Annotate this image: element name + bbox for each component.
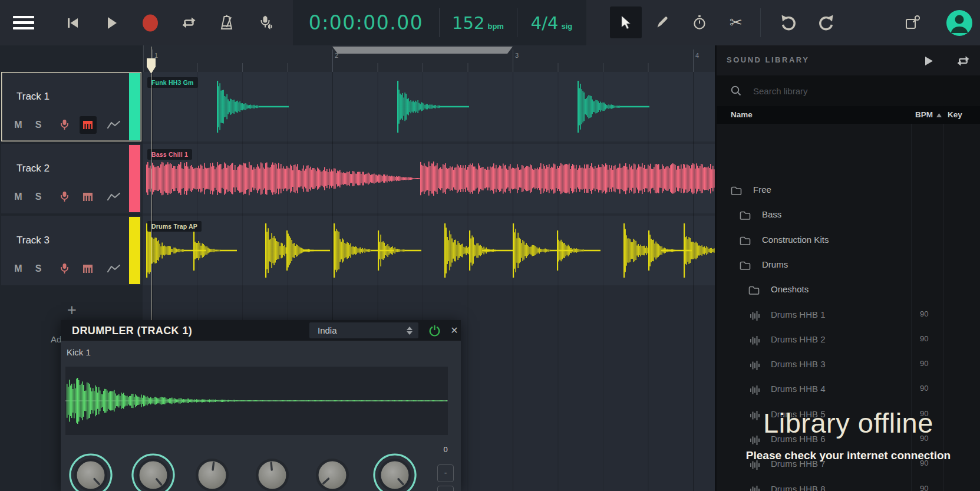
row-label: Bass xyxy=(762,209,781,219)
library-row-oneshots[interactable]: Oneshots xyxy=(717,278,980,302)
clip-bass-chill-1[interactable] xyxy=(143,144,715,213)
solo-button[interactable]: S xyxy=(31,120,46,130)
measure-label: 3 xyxy=(515,52,519,59)
mute-button[interactable]: M xyxy=(11,120,26,130)
pencil-icon xyxy=(655,15,669,29)
automation-button[interactable] xyxy=(104,120,124,130)
instrument-button[interactable] xyxy=(78,192,98,202)
input-monitoring-button[interactable] xyxy=(252,0,279,45)
account-button[interactable] xyxy=(944,0,975,45)
stepper-plus-button[interactable] xyxy=(437,486,454,491)
mic-monitor-button[interactable] xyxy=(54,119,74,131)
library-row-drums-hhb-3[interactable]: Drums HHB 390 xyxy=(717,352,980,377)
sound-library-panel: SOUND LIBRARY xyxy=(717,45,980,491)
library-rows: FreeBassConstruction KitsDrumsOneshotsDr… xyxy=(717,124,980,491)
row-label: Construction Kits xyxy=(762,235,829,245)
library-row-drums[interactable]: Drums xyxy=(717,253,980,278)
time-signature-control[interactable]: 4/4 sig xyxy=(517,0,586,45)
library-row-drums-hhb-6[interactable]: Drums HHB 690 xyxy=(717,427,980,452)
scissors-tool-button[interactable]: ✂ xyxy=(720,6,752,38)
undo-icon xyxy=(780,14,797,32)
library-loop-button[interactable] xyxy=(951,52,975,70)
timeline-ruler[interactable]: 1234 xyxy=(143,45,715,73)
menu-button[interactable] xyxy=(0,0,47,45)
track-card-3[interactable]: Track 3MS xyxy=(1,216,141,285)
knob-1[interactable] xyxy=(67,452,114,491)
daw-app: 0:00:00.00 152 bpm 4/4 sig xyxy=(0,0,980,491)
knob-5[interactable] xyxy=(309,452,356,491)
track-color-strip xyxy=(129,73,140,140)
select-tool-button[interactable] xyxy=(610,6,642,38)
piano-icon xyxy=(83,264,93,273)
sample-waveform-display[interactable] xyxy=(65,367,448,435)
waveform-icon xyxy=(750,385,760,396)
power-button[interactable] xyxy=(427,324,441,338)
stepper-minus-button[interactable]: - xyxy=(437,464,454,482)
knob-2[interactable] xyxy=(130,452,177,491)
library-title: SOUND LIBRARY xyxy=(727,55,809,64)
solo-button[interactable]: S xyxy=(31,192,46,202)
column-name[interactable]: Name xyxy=(731,110,753,119)
library-row-drums-hhb-5[interactable]: Drums HHB 590 xyxy=(717,403,980,427)
rewind-button[interactable] xyxy=(61,0,85,45)
mute-button[interactable]: M xyxy=(11,192,26,202)
library-row-drums-hhb-7[interactable]: Drums HHB 790 xyxy=(717,452,980,477)
library-search xyxy=(717,75,980,106)
share-button[interactable] xyxy=(898,0,926,45)
dropdown-arrows-icon xyxy=(407,327,413,335)
mic-monitor-button[interactable] xyxy=(54,263,74,275)
automation-button[interactable] xyxy=(104,264,124,273)
metronome-button[interactable] xyxy=(213,0,239,45)
track-controls: MS xyxy=(11,188,124,206)
record-button[interactable] xyxy=(138,0,163,45)
stopwatch-tool-button[interactable] xyxy=(684,6,715,38)
track-card-1[interactable]: Track 1MS xyxy=(1,72,141,141)
drumpler-panel: DRUMPLER (TRACK 1) India ✕ Kick 1 0 - xyxy=(61,320,461,491)
library-header: SOUND LIBRARY xyxy=(717,45,980,75)
piano-icon xyxy=(83,120,93,130)
solo-button[interactable]: S xyxy=(31,263,46,274)
library-play-button[interactable] xyxy=(917,52,941,70)
track-card-2[interactable]: Track 2MS xyxy=(1,144,141,213)
clip-drums-trap-ap[interactable] xyxy=(143,216,715,285)
row-bpm: 90 xyxy=(920,384,928,393)
library-row-free[interactable]: Free xyxy=(717,178,980,203)
knob-6[interactable] xyxy=(371,452,418,491)
mute-button[interactable]: M xyxy=(11,263,26,274)
time-value: 0:00:00.00 xyxy=(309,11,424,34)
preset-dropdown[interactable]: India xyxy=(309,322,418,338)
library-row-bass[interactable]: Bass xyxy=(717,203,980,228)
drumpler-title: DRUMPLER (TRACK 1) xyxy=(72,324,192,337)
waveform-icon xyxy=(750,360,760,371)
folder-icon xyxy=(740,261,751,270)
close-button[interactable]: ✕ xyxy=(447,324,461,338)
search-input[interactable] xyxy=(752,85,931,97)
undo-button[interactable] xyxy=(776,0,801,45)
library-row-construction-kits[interactable]: Construction Kits xyxy=(717,228,980,253)
library-row-drums-hhb-4[interactable]: Drums HHB 490 xyxy=(717,377,980,402)
folder-icon xyxy=(748,286,760,295)
instrument-button[interactable] xyxy=(78,116,98,134)
knob-3[interactable] xyxy=(189,452,236,491)
folder-icon xyxy=(740,236,751,245)
mic-monitor-button[interactable] xyxy=(54,191,74,203)
measure-label: 2 xyxy=(335,52,338,59)
column-key[interactable]: Key xyxy=(948,110,962,119)
stopwatch-icon xyxy=(692,15,707,30)
knob-4[interactable] xyxy=(249,452,296,491)
loop-button[interactable] xyxy=(176,0,202,45)
library-row-drums-hhb-1[interactable]: Drums HHB 190 xyxy=(717,303,980,328)
instrument-button[interactable] xyxy=(78,264,98,273)
column-bpm[interactable]: BPM xyxy=(915,110,933,119)
pencil-tool-button[interactable] xyxy=(646,6,678,38)
bpm-control[interactable]: 152 bpm xyxy=(439,0,517,45)
library-row-drums-hhb-2[interactable]: Drums HHB 290 xyxy=(717,328,980,352)
automation-button[interactable] xyxy=(104,192,124,202)
redo-button[interactable] xyxy=(813,0,839,45)
clip-funk-hh3-gm[interactable] xyxy=(143,72,715,141)
scissors-icon: ✂ xyxy=(730,14,743,32)
library-row-drums-hhb-8[interactable]: Drums HHB 890 xyxy=(717,477,980,491)
row-label: Free xyxy=(753,184,771,195)
add-track-button[interactable]: + xyxy=(64,302,80,319)
play-button[interactable] xyxy=(100,0,124,45)
